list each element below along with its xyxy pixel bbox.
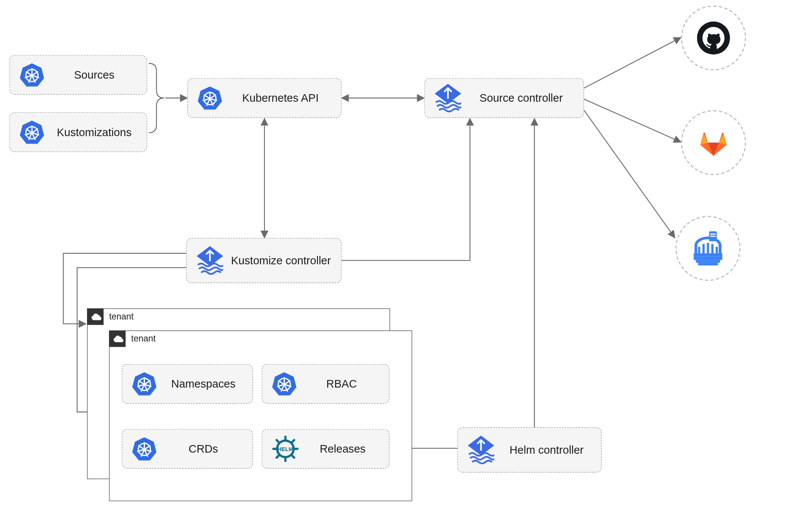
cloud-icon bbox=[109, 330, 126, 347]
node-crds-label: CRDs bbox=[164, 442, 242, 456]
cloud-icon bbox=[87, 309, 104, 325]
edge-kustomize-source bbox=[342, 118, 470, 261]
node-helm-controller: Helm controller bbox=[457, 427, 602, 472]
node-sources-label: Sources bbox=[52, 68, 137, 82]
helm-icon bbox=[272, 436, 299, 462]
kubernetes-icon bbox=[20, 62, 44, 88]
kubernetes-icon bbox=[20, 119, 44, 145]
node-sources: Sources bbox=[9, 55, 147, 95]
node-source-controller-label: Source controller bbox=[469, 91, 574, 105]
ext-gitlab bbox=[681, 110, 746, 175]
node-crds: CRDs bbox=[122, 429, 253, 469]
ext-harbor bbox=[676, 216, 741, 281]
ext-github bbox=[681, 6, 746, 71]
edge-source-harbor bbox=[584, 110, 675, 238]
node-kustomizations: Kustomizations bbox=[9, 112, 147, 152]
diagram-canvas: Sources Kustomizations Kubernetes API So… bbox=[0, 0, 811, 532]
node-source-controller: Source controller bbox=[424, 78, 584, 118]
gitlab-icon bbox=[697, 126, 730, 159]
node-kustomize-controller-label: Kustomize controller bbox=[231, 254, 331, 267]
node-rbac: RBAC bbox=[262, 364, 390, 404]
kubernetes-icon bbox=[272, 371, 297, 397]
flux-icon bbox=[468, 436, 494, 464]
flux-icon bbox=[435, 84, 461, 112]
node-releases-label: Releases bbox=[306, 442, 379, 456]
kubernetes-icon bbox=[198, 85, 222, 111]
edge-source-github bbox=[584, 37, 681, 88]
node-namespaces-label: Namespaces bbox=[164, 377, 242, 391]
edge-source-gitlab bbox=[584, 99, 681, 142]
tenant-back-title: tenant bbox=[104, 312, 139, 321]
harbor-icon bbox=[688, 229, 728, 268]
node-k8s-api: Kubernetes API bbox=[187, 78, 342, 118]
github-icon bbox=[697, 22, 730, 54]
node-kustomizations-label: Kustomizations bbox=[52, 125, 137, 139]
brace bbox=[149, 64, 164, 133]
kubernetes-icon bbox=[132, 371, 157, 397]
node-namespaces: Namespaces bbox=[122, 364, 253, 404]
node-helm-controller-label: Helm controller bbox=[502, 443, 591, 457]
flux-icon bbox=[197, 246, 223, 275]
node-rbac-label: RBAC bbox=[304, 377, 379, 391]
node-releases: Releases bbox=[262, 429, 390, 469]
kubernetes-icon bbox=[132, 436, 157, 462]
node-k8s-api-label: Kubernetes API bbox=[230, 91, 331, 105]
node-kustomize-controller: Kustomize controller bbox=[186, 238, 342, 283]
tenant-front-title: tenant bbox=[126, 334, 161, 344]
tenant-box-front: tenant Namespaces RBAC CRDs Releases bbox=[109, 330, 412, 501]
